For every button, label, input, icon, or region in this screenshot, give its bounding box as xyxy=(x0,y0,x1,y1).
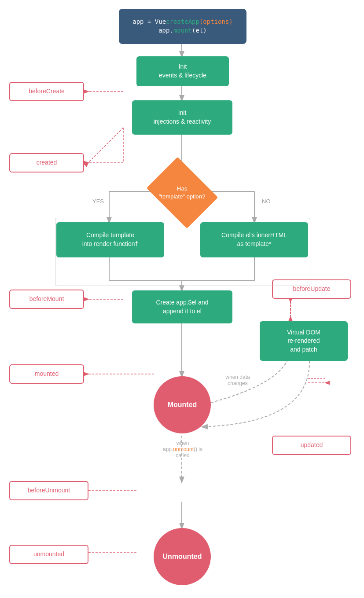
compile-inner-box: Compile el's innerHTMLas template* xyxy=(200,222,308,257)
when-unmount-label: whenapp.unmount() iscalled xyxy=(154,440,211,459)
unmounted-circle: Unmounted xyxy=(154,528,211,585)
no-label: NO xyxy=(262,198,271,205)
virtual-dom-label: Virtual DOMre-renderedand patch xyxy=(287,328,320,354)
has-template-label: Has"template" option? xyxy=(159,185,205,201)
compile-template-label: Compile templateinto render function† xyxy=(82,231,139,248)
mounted-circle: Mounted xyxy=(154,376,211,433)
create-el-label: Create app.$el andappend it to el xyxy=(156,298,208,316)
beforeUpdate-hook: beforeUpdate xyxy=(272,279,351,299)
created-hook: created xyxy=(9,153,84,172)
beforeMount-hook: beforeMount xyxy=(9,290,84,309)
start-code: app = VuecreateApp(options) app.mount(el… xyxy=(132,18,233,35)
create-el-box: Create app.$el andappend it to el xyxy=(132,290,232,323)
has-template-diamond: Has"template" option? xyxy=(147,157,218,229)
yes-label: YES xyxy=(92,198,104,205)
when-data-changes-label: when datachanges xyxy=(211,374,264,386)
start-box: app = VuecreateApp(options) app.mount(el… xyxy=(119,9,246,44)
unmounted-hook: unmounted xyxy=(9,545,88,564)
virtual-dom-box: Virtual DOMre-renderedand patch xyxy=(260,321,348,361)
updated-hook: updated xyxy=(272,436,351,455)
compile-inner-label: Compile el's innerHTMLas template* xyxy=(221,231,287,248)
init-injections-label: Initinjections & reactivity xyxy=(154,109,211,126)
lifecycle-diagram: app = VuecreateApp(options) app.mount(el… xyxy=(0,0,364,598)
init-events-box: Initevents & lifecycle xyxy=(136,56,229,86)
mounted-hook: mounted xyxy=(9,364,84,384)
beforeCreate-hook: beforeCreate xyxy=(9,82,84,101)
beforeUnmount-hook: beforeUnmount xyxy=(9,481,88,500)
init-events-label: Initevents & lifecycle xyxy=(159,62,206,80)
init-injections-box: Initinjections & reactivity xyxy=(132,100,232,135)
svg-line-17 xyxy=(88,128,123,163)
compile-template-box: Compile templateinto render function† xyxy=(56,222,164,257)
